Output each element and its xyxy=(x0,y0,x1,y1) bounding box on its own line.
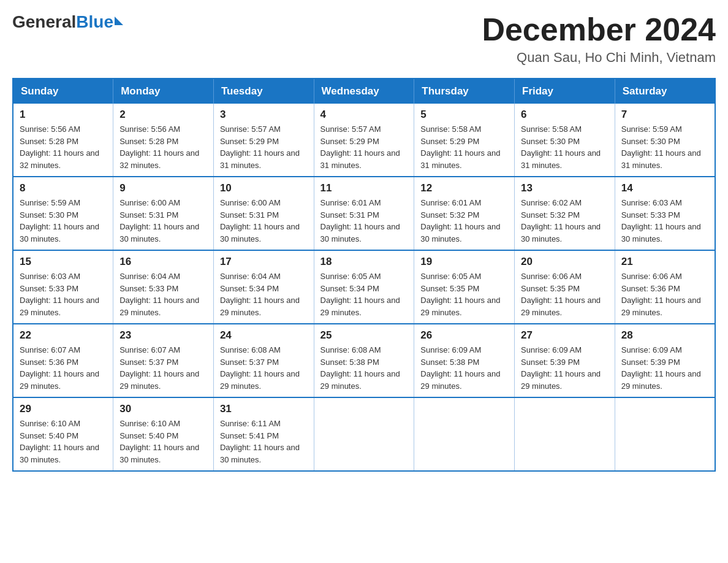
day-number: 26 xyxy=(420,329,508,342)
calendar-cell: 20 Sunrise: 6:06 AM Sunset: 5:35 PM Dayl… xyxy=(515,250,615,324)
calendar-cell: 1 Sunrise: 5:56 AM Sunset: 5:28 PM Dayli… xyxy=(13,104,113,177)
day-of-week-header: Monday xyxy=(113,79,214,104)
day-number: 18 xyxy=(320,256,408,268)
logo-general-text: General xyxy=(12,12,76,32)
day-info: Sunrise: 6:09 AM Sunset: 5:39 PM Dayligh… xyxy=(521,344,609,392)
day-info: Sunrise: 6:00 AM Sunset: 5:31 PM Dayligh… xyxy=(220,197,308,245)
calendar-cell: 12 Sunrise: 6:01 AM Sunset: 5:32 PM Dayl… xyxy=(414,177,515,250)
logo-triangle-icon xyxy=(115,17,123,25)
day-info: Sunrise: 6:09 AM Sunset: 5:39 PM Dayligh… xyxy=(621,344,708,392)
day-number: 27 xyxy=(521,329,609,342)
title-section: December 2024 Quan Sau, Ho Chi Minh, Vie… xyxy=(482,12,716,66)
calendar-cell: 16 Sunrise: 6:04 AM Sunset: 5:33 PM Dayl… xyxy=(113,250,214,324)
day-info: Sunrise: 6:05 AM Sunset: 5:35 PM Dayligh… xyxy=(420,270,508,318)
day-number: 2 xyxy=(119,109,207,121)
day-of-week-header: Saturday xyxy=(615,79,715,104)
calendar-header-row: SundayMondayTuesdayWednesdayThursdayFrid… xyxy=(13,79,715,104)
day-number: 3 xyxy=(220,109,308,121)
day-info: Sunrise: 6:04 AM Sunset: 5:33 PM Dayligh… xyxy=(119,270,207,318)
day-info: Sunrise: 5:56 AM Sunset: 5:28 PM Dayligh… xyxy=(119,123,207,171)
day-number: 29 xyxy=(20,403,107,415)
calendar-cell: 14 Sunrise: 6:03 AM Sunset: 5:33 PM Dayl… xyxy=(615,177,715,250)
day-info: Sunrise: 6:01 AM Sunset: 5:31 PM Dayligh… xyxy=(320,197,408,245)
day-info: Sunrise: 6:08 AM Sunset: 5:37 PM Dayligh… xyxy=(220,344,308,392)
page-header: General Blue December 2024 Quan Sau, Ho … xyxy=(12,12,716,66)
day-number: 14 xyxy=(621,182,708,194)
calendar-cell: 4 Sunrise: 5:57 AM Sunset: 5:29 PM Dayli… xyxy=(314,104,414,177)
day-number: 28 xyxy=(621,329,708,342)
day-info: Sunrise: 5:57 AM Sunset: 5:29 PM Dayligh… xyxy=(320,123,408,171)
calendar-cell: 9 Sunrise: 6:00 AM Sunset: 5:31 PM Dayli… xyxy=(113,177,214,250)
calendar-cell: 27 Sunrise: 6:09 AM Sunset: 5:39 PM Dayl… xyxy=(515,324,615,397)
calendar-week-row: 15 Sunrise: 6:03 AM Sunset: 5:33 PM Dayl… xyxy=(13,250,715,324)
day-number: 13 xyxy=(521,182,609,194)
calendar-cell: 25 Sunrise: 6:08 AM Sunset: 5:38 PM Dayl… xyxy=(314,324,414,397)
day-number: 12 xyxy=(420,182,508,194)
day-number: 24 xyxy=(220,329,308,342)
logo: General Blue xyxy=(12,12,123,32)
calendar-table: SundayMondayTuesdayWednesdayThursdayFrid… xyxy=(12,78,716,472)
day-number: 9 xyxy=(119,182,207,194)
calendar-cell: 28 Sunrise: 6:09 AM Sunset: 5:39 PM Dayl… xyxy=(615,324,715,397)
calendar-cell xyxy=(414,397,515,471)
day-number: 25 xyxy=(320,329,408,342)
day-number: 8 xyxy=(20,182,107,194)
calendar-cell: 13 Sunrise: 6:02 AM Sunset: 5:32 PM Dayl… xyxy=(515,177,615,250)
day-number: 1 xyxy=(20,109,107,121)
logo-blue-text: Blue xyxy=(76,12,113,32)
calendar-cell: 6 Sunrise: 5:58 AM Sunset: 5:30 PM Dayli… xyxy=(515,104,615,177)
calendar-cell xyxy=(615,397,715,471)
day-info: Sunrise: 6:05 AM Sunset: 5:34 PM Dayligh… xyxy=(320,270,408,318)
calendar-cell: 24 Sunrise: 6:08 AM Sunset: 5:37 PM Dayl… xyxy=(213,324,314,397)
calendar-cell: 8 Sunrise: 5:59 AM Sunset: 5:30 PM Dayli… xyxy=(13,177,113,250)
calendar-cell xyxy=(515,397,615,471)
calendar-cell: 31 Sunrise: 6:11 AM Sunset: 5:41 PM Dayl… xyxy=(213,397,314,471)
calendar-cell: 21 Sunrise: 6:06 AM Sunset: 5:36 PM Dayl… xyxy=(615,250,715,324)
calendar-cell: 10 Sunrise: 6:00 AM Sunset: 5:31 PM Dayl… xyxy=(213,177,314,250)
calendar-cell: 19 Sunrise: 6:05 AM Sunset: 5:35 PM Dayl… xyxy=(414,250,515,324)
calendar-cell: 5 Sunrise: 5:58 AM Sunset: 5:29 PM Dayli… xyxy=(414,104,515,177)
day-info: Sunrise: 6:03 AM Sunset: 5:33 PM Dayligh… xyxy=(20,270,107,318)
day-number: 6 xyxy=(521,109,609,121)
day-number: 15 xyxy=(20,256,107,268)
calendar-cell: 30 Sunrise: 6:10 AM Sunset: 5:40 PM Dayl… xyxy=(113,397,214,471)
day-info: Sunrise: 5:57 AM Sunset: 5:29 PM Dayligh… xyxy=(220,123,308,171)
calendar-cell: 2 Sunrise: 5:56 AM Sunset: 5:28 PM Dayli… xyxy=(113,104,214,177)
day-info: Sunrise: 6:11 AM Sunset: 5:41 PM Dayligh… xyxy=(220,418,308,465)
day-number: 10 xyxy=(220,182,308,194)
day-of-week-header: Friday xyxy=(515,79,615,104)
calendar-cell: 29 Sunrise: 6:10 AM Sunset: 5:40 PM Dayl… xyxy=(13,397,113,471)
day-info: Sunrise: 6:10 AM Sunset: 5:40 PM Dayligh… xyxy=(119,418,207,465)
day-number: 11 xyxy=(320,182,408,194)
day-number: 23 xyxy=(119,329,207,342)
calendar-cell: 23 Sunrise: 6:07 AM Sunset: 5:37 PM Dayl… xyxy=(113,324,214,397)
calendar-cell: 17 Sunrise: 6:04 AM Sunset: 5:34 PM Dayl… xyxy=(213,250,314,324)
calendar-week-row: 1 Sunrise: 5:56 AM Sunset: 5:28 PM Dayli… xyxy=(13,104,715,177)
day-info: Sunrise: 5:59 AM Sunset: 5:30 PM Dayligh… xyxy=(621,123,708,171)
calendar-cell: 11 Sunrise: 6:01 AM Sunset: 5:31 PM Dayl… xyxy=(314,177,414,250)
day-info: Sunrise: 6:00 AM Sunset: 5:31 PM Dayligh… xyxy=(119,197,207,245)
day-number: 7 xyxy=(621,109,708,121)
day-info: Sunrise: 6:06 AM Sunset: 5:35 PM Dayligh… xyxy=(521,270,609,318)
day-info: Sunrise: 6:08 AM Sunset: 5:38 PM Dayligh… xyxy=(320,344,408,392)
day-number: 17 xyxy=(220,256,308,268)
day-info: Sunrise: 6:01 AM Sunset: 5:32 PM Dayligh… xyxy=(420,197,508,245)
day-number: 21 xyxy=(621,256,708,268)
location-subtitle: Quan Sau, Ho Chi Minh, Vietnam xyxy=(482,50,716,66)
day-number: 22 xyxy=(20,329,107,342)
day-of-week-header: Tuesday xyxy=(213,79,314,104)
calendar-cell xyxy=(314,397,414,471)
day-number: 30 xyxy=(119,403,207,415)
calendar-cell: 3 Sunrise: 5:57 AM Sunset: 5:29 PM Dayli… xyxy=(213,104,314,177)
day-info: Sunrise: 6:09 AM Sunset: 5:38 PM Dayligh… xyxy=(420,344,508,392)
calendar-week-row: 8 Sunrise: 5:59 AM Sunset: 5:30 PM Dayli… xyxy=(13,177,715,250)
calendar-cell: 7 Sunrise: 5:59 AM Sunset: 5:30 PM Dayli… xyxy=(615,104,715,177)
day-number: 16 xyxy=(119,256,207,268)
calendar-week-row: 29 Sunrise: 6:10 AM Sunset: 5:40 PM Dayl… xyxy=(13,397,715,471)
day-info: Sunrise: 6:07 AM Sunset: 5:37 PM Dayligh… xyxy=(119,344,207,392)
day-info: Sunrise: 6:07 AM Sunset: 5:36 PM Dayligh… xyxy=(20,344,107,392)
day-info: Sunrise: 6:04 AM Sunset: 5:34 PM Dayligh… xyxy=(220,270,308,318)
calendar-cell: 15 Sunrise: 6:03 AM Sunset: 5:33 PM Dayl… xyxy=(13,250,113,324)
day-number: 31 xyxy=(220,403,308,415)
calendar-cell: 22 Sunrise: 6:07 AM Sunset: 5:36 PM Dayl… xyxy=(13,324,113,397)
